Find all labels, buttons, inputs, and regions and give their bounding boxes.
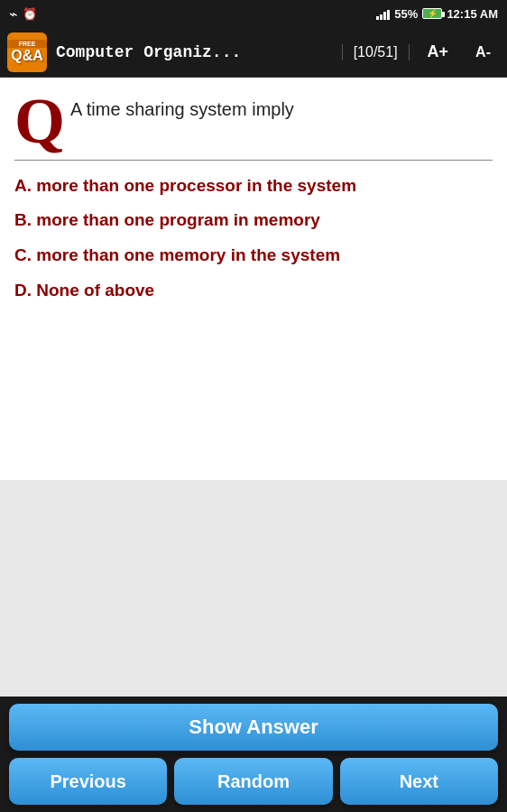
usb-icon: ⌁ xyxy=(9,5,18,23)
bottom-bar: Show Answer Previous Random Next xyxy=(0,697,507,812)
battery-percent: 55% xyxy=(394,7,418,21)
question-prefix: Q xyxy=(14,92,65,151)
status-bar: ⌁ ⏰ 55% ⚡ 12:15 AM xyxy=(0,0,507,27)
app-title: Computer Organiz... xyxy=(56,43,333,61)
qa-label: Q&A xyxy=(11,48,43,64)
font-decrease-button[interactable]: A- xyxy=(466,44,500,60)
show-answer-button[interactable]: Show Answer xyxy=(9,704,498,751)
app-header: FREE Q&A Computer Organiz... [10/51] A+ … xyxy=(0,27,507,78)
gray-spacer xyxy=(0,480,507,697)
option-c[interactable]: C. more than one memory in the system xyxy=(14,245,493,267)
option-b[interactable]: B. more than one program in memory xyxy=(14,209,493,232)
free-label: FREE xyxy=(7,40,47,48)
question-text: A time sharing system imply xyxy=(70,92,294,120)
option-d[interactable]: D. None of above xyxy=(14,280,493,302)
alarm-icon: ⏰ xyxy=(23,7,37,21)
question-header: Q A time sharing system imply xyxy=(14,92,493,161)
previous-button[interactable]: Previous xyxy=(9,758,167,805)
content-area: Q A time sharing system imply A. more th… xyxy=(0,78,507,480)
next-button[interactable]: Next xyxy=(340,758,498,805)
nav-buttons: Previous Random Next xyxy=(9,758,498,805)
battery-icon: ⚡ xyxy=(422,8,442,19)
option-a[interactable]: A. more than one processor in the system xyxy=(14,175,493,198)
app-logo: FREE Q&A xyxy=(7,32,47,72)
signal-bars xyxy=(376,7,390,20)
random-button[interactable]: Random xyxy=(174,758,332,805)
time-display: 12:15 AM xyxy=(447,7,498,21)
font-increase-button[interactable]: A+ xyxy=(419,42,458,61)
question-counter: [10/51] xyxy=(342,44,410,60)
